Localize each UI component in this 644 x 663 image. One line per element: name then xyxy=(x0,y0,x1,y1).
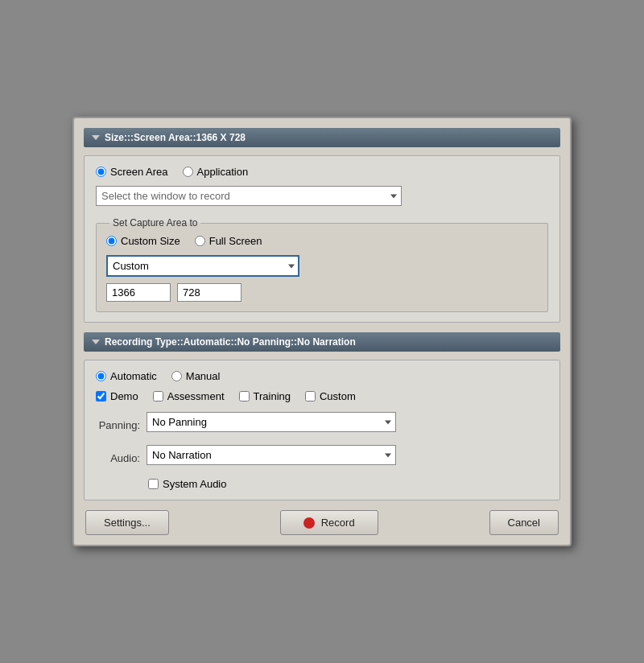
panning-dropdown[interactable]: No Panning Automatic Panning Manual Pann… xyxy=(147,412,396,432)
audio-row: Audio: No Narration Microphone Line In xyxy=(96,445,548,472)
custom-checkbox-label[interactable]: Custom xyxy=(305,390,356,402)
dimensions-row xyxy=(106,283,538,302)
audio-label: Audio: xyxy=(96,452,140,464)
custom-size-dropdown-wrapper[interactable]: Custom 640 x 480 800 x 600 1024 x 768 12… xyxy=(106,255,299,277)
capture-area-legend: Set Capture Area to xyxy=(109,217,200,229)
manual-label: Manual xyxy=(186,370,221,382)
full-screen-radio[interactable] xyxy=(195,236,205,246)
size-panel: Screen Area Application Select the windo… xyxy=(84,155,560,323)
full-screen-radio-label[interactable]: Full Screen xyxy=(195,235,262,247)
assessment-checkbox-label[interactable]: Assessment xyxy=(153,390,225,402)
application-radio[interactable] xyxy=(183,167,193,177)
custom-size-label: Custom Size xyxy=(121,235,180,247)
custom-size-radio-label[interactable]: Custom Size xyxy=(106,235,180,247)
system-audio-row: System Audio xyxy=(148,478,548,490)
manual-radio-label[interactable]: Manual xyxy=(171,370,221,382)
system-audio-label: System Audio xyxy=(163,478,227,490)
checkboxes-row: Demo Assessment Training Custom xyxy=(96,390,548,402)
buttons-row: Settings... Record Cancel xyxy=(84,510,560,535)
application-radio-label[interactable]: Application xyxy=(183,166,249,178)
window-select-wrapper[interactable]: Select the window to record xyxy=(96,186,402,206)
window-dropdown[interactable]: Select the window to record xyxy=(96,186,402,206)
height-input[interactable] xyxy=(177,283,242,302)
size-section-header: Size:::Screen Area::1366 X 728 xyxy=(84,128,560,147)
system-audio-checkbox-label[interactable]: System Audio xyxy=(148,478,227,490)
training-checkbox-label[interactable]: Training xyxy=(239,390,291,402)
recording-mode-row: Automatic Manual xyxy=(96,370,548,382)
screen-area-radio[interactable] xyxy=(96,167,106,177)
size-section-arrow-icon xyxy=(92,135,100,140)
demo-label: Demo xyxy=(110,390,138,402)
settings-button[interactable]: Settings... xyxy=(85,510,169,535)
custom-label: Custom xyxy=(320,390,356,402)
record-button[interactable]: Record xyxy=(280,510,378,535)
assessment-label: Assessment xyxy=(167,390,225,402)
audio-select-wrapper[interactable]: No Narration Microphone Line In xyxy=(147,445,396,465)
capture-area-fieldset: Set Capture Area to Custom Size Full Scr… xyxy=(96,217,548,312)
width-input[interactable] xyxy=(106,283,171,302)
panning-select-wrapper[interactable]: No Panning Automatic Panning Manual Pann… xyxy=(147,412,396,432)
training-label: Training xyxy=(254,390,291,402)
record-dot-icon xyxy=(303,517,315,529)
main-dialog: Size:::Screen Area::1366 X 728 Screen Ar… xyxy=(72,117,572,546)
screen-area-radio-label[interactable]: Screen Area xyxy=(96,166,168,178)
audio-dropdown[interactable]: No Narration Microphone Line In xyxy=(147,445,396,465)
record-label: Record xyxy=(321,517,355,529)
custom-checkbox[interactable] xyxy=(305,391,316,402)
custom-size-dropdown[interactable]: Custom 640 x 480 800 x 600 1024 x 768 12… xyxy=(106,255,299,277)
automatic-radio[interactable] xyxy=(96,371,106,381)
recording-section-title: Recording Type::Automatic::No Panning::N… xyxy=(105,336,356,348)
demo-checkbox-label[interactable]: Demo xyxy=(96,390,138,402)
panning-row: Panning: No Panning Automatic Panning Ma… xyxy=(96,412,548,439)
cancel-button[interactable]: Cancel xyxy=(489,510,559,535)
assessment-checkbox[interactable] xyxy=(153,391,163,402)
application-label: Application xyxy=(197,166,249,178)
screen-area-label: Screen Area xyxy=(110,166,168,178)
automatic-label: Automatic xyxy=(110,370,157,382)
size-mode-row: Custom Size Full Screen xyxy=(106,235,538,247)
custom-size-radio[interactable] xyxy=(106,236,117,246)
recording-section-arrow-icon xyxy=(92,340,100,344)
demo-checkbox[interactable] xyxy=(96,391,106,402)
system-audio-checkbox[interactable] xyxy=(148,479,159,489)
manual-radio[interactable] xyxy=(171,371,182,381)
panning-label: Panning: xyxy=(96,419,140,431)
recording-panel: Automatic Manual Demo Assessment Trainin… xyxy=(84,360,560,500)
full-screen-label: Full Screen xyxy=(209,235,262,247)
size-section-title: Size:::Screen Area::1366 X 728 xyxy=(105,132,246,143)
capture-source-row: Screen Area Application xyxy=(96,166,548,178)
recording-section-header: Recording Type::Automatic::No Panning::N… xyxy=(84,332,560,352)
automatic-radio-label[interactable]: Automatic xyxy=(96,370,157,382)
training-checkbox[interactable] xyxy=(239,391,250,402)
